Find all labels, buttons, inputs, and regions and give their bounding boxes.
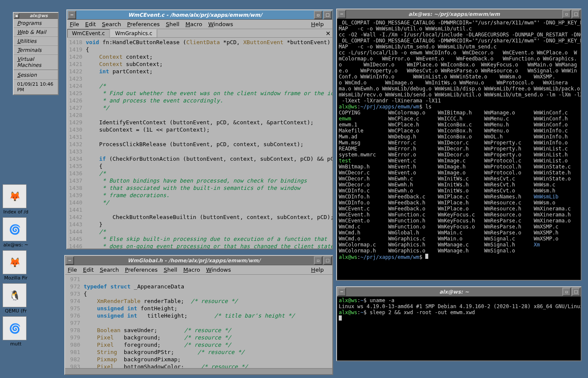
editor1-menubar: FileEditSearchPreferencesShellMacroWindo… — [67, 20, 332, 29]
scrollbar[interactable] — [65, 368, 332, 374]
menu-item[interactable]: Preferences — [127, 21, 160, 27]
desktop-icon[interactable]: 🦊 — [3, 184, 27, 208]
menu-item[interactable]: Search — [102, 21, 121, 27]
file-tab[interactable]: WmGraphics.c — [110, 29, 157, 38]
root-menu: ▪ alx@ws ProgramsWeb & MailUtilitiesTerm… — [13, 12, 59, 95]
term2-titlebar[interactable]: − alx@ws: ~ ▫ □ — [337, 287, 581, 297]
root-menu-titlebar[interactable]: ▪ alx@ws — [14, 13, 58, 19]
menu-item[interactable]: Edit — [83, 267, 94, 273]
maximize-icon[interactable]: □ — [572, 10, 580, 18]
root-menu-sys-icon[interactable]: ▪ — [14, 13, 19, 18]
desktop-icon[interactable]: 🐧 — [3, 283, 27, 307]
term1-window: − alx@ws: ~/prj/xapps/emwm/wm ▫ □ _OL_CO… — [336, 9, 582, 281]
desktop-icon-label: Index of /d — [3, 209, 29, 215]
desktop-icon-label: mutt — [3, 341, 29, 347]
menu-item[interactable]: Search — [100, 267, 119, 273]
minimize-icon[interactable]: ▫ — [562, 288, 571, 296]
menu-help[interactable]: Help — [311, 267, 324, 273]
editor1-titlebar[interactable]: − WmCEvent.c - /home/alx/prj/xapps/emwm/… — [67, 10, 332, 20]
close-icon[interactable]: ✕ — [325, 30, 331, 37]
term2-title: alx@ws: ~ — [346, 289, 562, 295]
term1-title: alx@ws: ~/prj/xapps/emwm/wm — [346, 11, 562, 17]
desktop-icon-label: alx@ws: ~ — [3, 242, 29, 248]
window-menu-icon[interactable]: − — [337, 288, 346, 296]
editor2-window: − WmGlobal.h - /home/alx/prj/xapps/emwm/… — [64, 255, 333, 375]
root-menu-clock: 01/09/21 10:46 PM — [14, 79, 58, 94]
menu-item[interactable]: File — [70, 21, 79, 27]
editor2-body[interactable]: 971 972 typedef struct _AppearanceData 9… — [65, 275, 332, 368]
root-menu-item[interactable]: Programs — [14, 19, 58, 28]
menu-help[interactable]: Help — [311, 21, 324, 27]
term2-body[interactable]: alx@ws:~$ uname -a Linux ws 4.19.0-13-am… — [337, 297, 581, 360]
desktop-icon[interactable]: 🌀 — [3, 217, 27, 241]
window-menu-icon[interactable]: − — [68, 11, 76, 19]
root-menu-item[interactable]: Virtual Machines — [14, 55, 58, 70]
root-menu-title: alx@ws — [20, 13, 58, 18]
menu-item[interactable]: Shell — [164, 267, 177, 273]
editor1-tabs: WmCEvent.cWmGraphics.c✕ — [67, 29, 332, 38]
desktop-icons: 🦊Index of /d🌀alx@ws: ~🦊Mozilla Fir🐧QEMU … — [3, 184, 29, 349]
window-menu-icon[interactable]: − — [66, 256, 74, 265]
maximize-icon[interactable]: □ — [323, 11, 332, 19]
menu-item[interactable]: Shell — [166, 21, 179, 27]
editor2-menubar: FileEditSearchPreferencesShellMacroWindo… — [65, 265, 332, 275]
root-menu-item[interactable]: Web & Mail — [14, 28, 58, 37]
menu-item[interactable]: Windows — [208, 21, 233, 27]
root-menu-item[interactable]: Session — [14, 71, 58, 79]
file-tab[interactable]: WmCEvent.c — [67, 29, 110, 38]
menu-item[interactable]: Macro — [185, 21, 202, 27]
root-menu-item[interactable]: Terminals — [14, 46, 58, 55]
term1-titlebar[interactable]: − alx@ws: ~/prj/xapps/emwm/wm ▫ □ — [337, 9, 581, 19]
term2-window: − alx@ws: ~ ▫ □ alx@ws:~$ uname -a Linux… — [336, 286, 582, 361]
maximize-icon[interactable]: □ — [323, 256, 332, 265]
maximize-icon[interactable]: □ — [572, 288, 580, 296]
root-menu-item[interactable]: Utilities — [14, 37, 58, 46]
desktop-icon-label: Mozilla Fir — [3, 275, 29, 281]
window-menu-icon[interactable]: − — [337, 10, 346, 18]
desktop-icon-label: QEMU (Fr — [3, 308, 29, 314]
menu-item[interactable]: Windows — [206, 267, 231, 273]
menu-item[interactable]: Preferences — [125, 267, 158, 273]
editor1-window: − WmCEvent.c - /home/alx/prj/xapps/emwm/… — [66, 9, 333, 249]
menu-item[interactable]: File — [68, 267, 77, 273]
desktop-icon[interactable]: 🦊 — [3, 250, 27, 274]
minimize-icon[interactable]: ▫ — [314, 11, 322, 19]
editor2-titlebar[interactable]: − WmGlobal.h - /home/alx/prj/xapps/emwm/… — [65, 256, 332, 265]
editor1-body[interactable]: 1418 void fn:HandleCButtonRelease (Clien… — [67, 38, 332, 249]
menu-item[interactable]: Edit — [85, 21, 96, 27]
desktop-icon[interactable]: 🌀 — [3, 316, 27, 340]
editor2-title: WmGlobal.h - /home/alx/prj/xapps/emwm/wm… — [75, 258, 313, 264]
term1-body[interactable]: _OL_COMPAT -DNO_MESSAGE_CATALOG -DMWMRCD… — [337, 19, 581, 280]
minimize-icon[interactable]: ▫ — [314, 256, 322, 265]
menu-item[interactable]: Macro — [183, 267, 200, 273]
minimize-icon[interactable]: ▫ — [562, 10, 571, 18]
editor1-title: WmCEvent.c - /home/alx/prj/xapps/emwm/wm… — [77, 12, 313, 18]
